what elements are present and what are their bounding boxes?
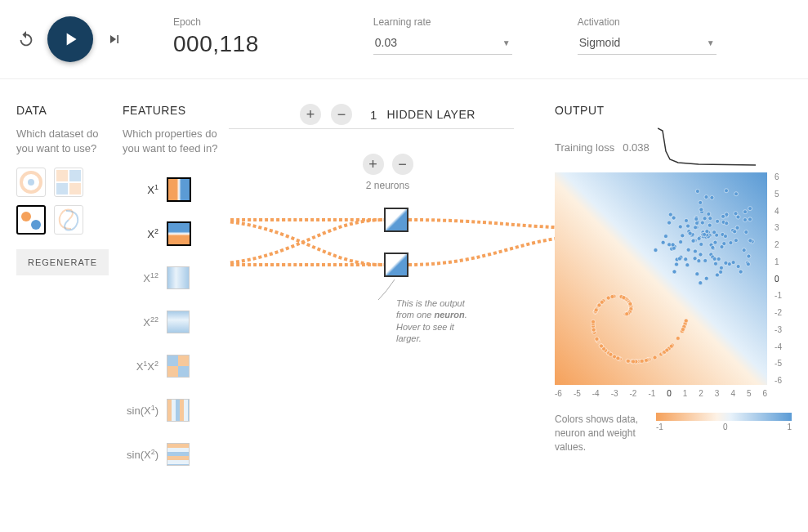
svg-point-162 [716,219,720,223]
svg-point-242 [705,230,709,234]
svg-point-154 [685,263,690,267]
svg-point-194 [710,195,714,199]
learning-rate-param: Learning rate 0.03 ▼ [373,16,512,55]
loss-row: Training loss 0.038 [555,127,792,168]
step-button[interactable] [105,29,124,49]
remove-neuron-button[interactable]: − [392,154,413,175]
svg-point-227 [748,239,752,243]
svg-point-98 [684,319,688,323]
feature-row: X12 [123,256,221,300]
svg-point-175 [748,207,752,211]
svg-point-215 [725,189,729,193]
learning-rate-select[interactable]: 0.03 ▼ [373,31,512,55]
feature-row: X1X2 [123,344,221,388]
svg-point-123 [628,302,632,306]
svg-point-129 [681,328,685,332]
feature-label: X1 [123,183,158,196]
hidden-neuron-2[interactable] [384,253,408,277]
features-column: FEATURES Which properties do you want to… [123,104,221,476]
feature-list: X1X2X12X22X1X2sin(X1)sin(X2) [123,168,221,476]
data-header: DATA [16,104,114,117]
feature-thumb[interactable] [167,443,190,466]
svg-point-182 [724,261,728,265]
svg-point-112 [622,296,626,300]
add-neuron-button[interactable]: + [363,154,384,175]
svg-point-246 [712,230,716,235]
reset-button[interactable] [16,29,36,49]
svg-point-155 [699,281,703,285]
regenerate-button[interactable]: REGENERATE [16,249,109,275]
feature-thumb[interactable] [167,266,190,289]
network-canvas: This is the output from one neuron. Hove… [229,191,547,436]
feature-row: X1 [123,168,221,212]
play-button[interactable] [47,16,93,62]
epoch-display: Epoch 000,118 [173,16,259,57]
feature-thumb[interactable] [167,311,190,333]
svg-point-134 [743,218,747,222]
svg-point-132 [693,249,697,253]
svg-point-115 [600,344,604,348]
svg-point-249 [672,270,676,274]
svg-point-136 [736,215,740,219]
top-bar: Epoch 000,118 Learning rate 0.03 ▼ Activ… [0,0,808,79]
dataset-xor[interactable] [54,168,83,197]
dataset-circle[interactable] [16,168,46,197]
colormap-row: Colors shows data, neuron and weight val… [555,413,792,454]
neuron-count: 2 neurons [229,180,547,191]
svg-point-210 [712,257,716,261]
svg-point-224 [733,230,737,234]
svg-point-200 [723,235,727,239]
svg-point-142 [743,210,748,214]
svg-point-206 [720,245,724,249]
svg-point-245 [731,261,735,265]
svg-point-177 [661,240,665,244]
svg-point-240 [688,231,692,235]
svg-point-120 [591,328,596,332]
svg-point-125 [610,294,614,298]
feature-thumb[interactable] [167,355,190,378]
svg-point-94 [669,344,673,348]
svg-rect-5 [69,183,81,194]
svg-point-140 [686,224,690,228]
svg-point-214 [694,217,699,221]
svg-point-216 [742,248,746,253]
output-plot[interactable]: 6543210-1-2-3-4-5-6 -6-5-4-3-2-10123456 [555,172,767,385]
feature-row: X2 [123,212,221,256]
dataset-spiral[interactable] [54,205,83,235]
svg-point-149 [699,200,703,204]
svg-point-78 [616,356,620,360]
svg-point-157 [719,266,723,270]
svg-point-161 [697,236,701,240]
features-help: Which properties do you want to feed in? [123,127,221,156]
feature-thumb[interactable] [167,399,190,422]
svg-point-247 [739,270,743,274]
svg-point-176 [736,265,740,269]
svg-point-172 [695,190,699,194]
layer-title: HIDDEN LAYER [386,108,475,121]
add-layer-button[interactable]: + [300,104,321,125]
feature-thumb[interactable] [167,221,191,246]
remove-layer-button[interactable]: − [331,104,352,125]
svg-point-183 [663,235,667,239]
svg-point-156 [697,259,701,263]
colormap-min: -1 [656,422,663,431]
hidden-neuron-1[interactable] [384,208,408,232]
activation-select[interactable]: Sigmoid ▼ [578,31,716,55]
svg-point-203 [654,248,658,253]
svg-point-226 [671,243,675,247]
svg-point-1 [28,179,34,186]
svg-point-69 [606,296,610,300]
svg-point-195 [734,212,738,216]
data-help: Which dataset do you want to use? [16,127,114,156]
svg-point-147 [735,226,739,230]
layer-divider [229,128,514,129]
svg-point-187 [699,253,703,257]
svg-rect-4 [56,183,68,194]
feature-label: sin(X1) [123,404,158,417]
dataset-gauss[interactable] [16,205,46,235]
chevron-down-icon: ▼ [502,38,511,47]
epoch-label: Epoch [173,16,259,28]
svg-point-201 [700,221,704,225]
svg-point-218 [693,257,697,261]
feature-thumb[interactable] [167,177,191,202]
